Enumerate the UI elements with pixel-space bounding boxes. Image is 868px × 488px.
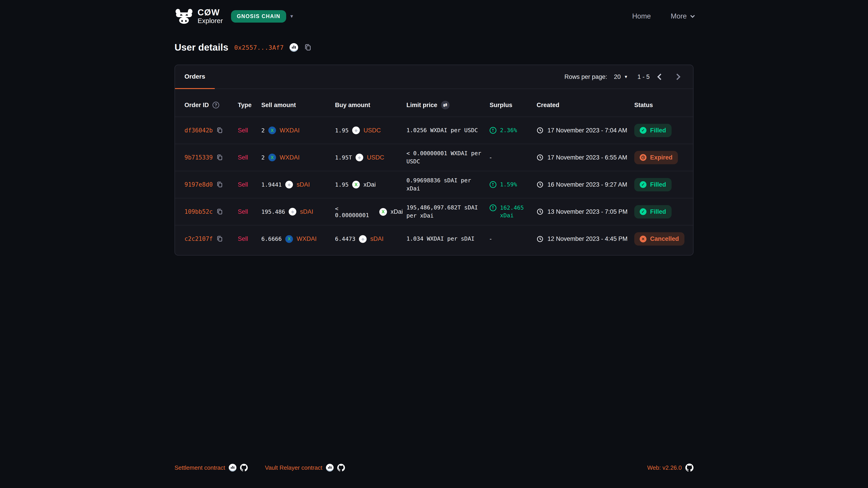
arrow-up-circle-icon: ↑ (490, 181, 496, 188)
copy-icon[interactable] (216, 127, 223, 134)
network-caret-icon[interactable]: ▼ (289, 14, 294, 19)
clock-icon (537, 208, 544, 215)
copy-icon[interactable] (216, 208, 223, 215)
order-id-link[interactable]: 9b715339 (184, 154, 213, 161)
clock-icon (537, 236, 544, 242)
copy-icon[interactable] (216, 235, 223, 242)
status-icon: × (640, 236, 647, 242)
tab-orders[interactable]: Orders (175, 65, 215, 89)
block-explorer-icon[interactable] (326, 464, 334, 471)
status-label: Cancelled (650, 235, 679, 242)
col-surplus: Surplus (490, 89, 537, 117)
buy-token-link[interactable]: USDC (364, 127, 381, 134)
created-date: 17 November 2023 - 6:55 AM (548, 154, 627, 161)
limit-price: < 0.00000001 WXDAI per USDC (406, 149, 486, 166)
buy-token-link[interactable]: USDC (367, 154, 384, 161)
buy-amount: 6.4473 (335, 236, 355, 242)
buy-amount: 1.95T (335, 154, 352, 161)
vault-relayer-contract-link[interactable]: Vault Relayer contract (265, 464, 322, 471)
sell-token-link[interactable]: sDAI (300, 208, 313, 215)
limit-price: 1.0256 WXDAI per USDC (406, 126, 478, 134)
created-cell: 12 November 2023 - 4:45 PM (537, 235, 631, 242)
buy-amount: < 0.00000001 (335, 205, 376, 219)
order-type: Sell (238, 208, 248, 215)
arrow-up-circle-icon: ↑ (490, 204, 496, 211)
sell-token-link[interactable]: WXDAI (280, 127, 300, 134)
sell-amount: 6.6666 (261, 236, 282, 242)
page-range: 1 - 5 (638, 73, 650, 80)
orders-table-body: df36042b Sell 2 WXDAI 1.95 USDC (175, 117, 693, 252)
status-icon: ✓ (640, 127, 647, 134)
copy-icon[interactable] (216, 154, 223, 161)
prev-page-button[interactable] (655, 71, 666, 83)
clock-icon (537, 181, 544, 188)
col-order-id: Order ID (184, 102, 209, 109)
created-date: 12 November 2023 - 4:45 PM (548, 235, 627, 242)
next-page-button[interactable] (671, 71, 683, 83)
col-sell-amount: Sell amount (261, 89, 335, 117)
buy-token-link[interactable]: sDAI (370, 235, 383, 242)
page-title: User details (175, 42, 228, 53)
status-badge: ✓ Filled (634, 205, 672, 219)
web-version-label: Web: v2.26.0 (647, 464, 682, 471)
order-type: Sell (238, 181, 248, 188)
order-id-link[interactable]: df36042b (184, 127, 213, 134)
buy-token-icon (359, 235, 367, 243)
surplus-value: 162.465 xDai (500, 204, 533, 219)
rows-per-page-select[interactable]: 20 ▼ (614, 73, 628, 80)
nav-home[interactable]: Home (632, 12, 651, 20)
col-created: Created (537, 89, 634, 117)
buy-token-link: xDai (364, 181, 376, 188)
buy-token-icon (355, 154, 363, 161)
surplus-value: 1.59% (500, 181, 517, 188)
sell-token-icon (268, 154, 276, 161)
block-explorer-icon[interactable] (229, 464, 237, 471)
status-icon (640, 154, 647, 161)
main-content: User details 0x2557...3Af7 (175, 42, 693, 256)
chevron-left-icon (657, 74, 664, 80)
sell-token-link[interactable]: WXDAI (280, 154, 300, 161)
help-icon[interactable]: ? (213, 102, 219, 108)
nav-more[interactable]: More (671, 12, 693, 20)
surplus-dash: - (490, 154, 492, 161)
status-label: Filled (650, 127, 666, 134)
col-limit-price: Limit price (406, 102, 437, 109)
order-id-link[interactable]: 9197e8d0 (184, 181, 213, 188)
table-row: 9b715339 Sell 2 WXDAI 1.95T USDC (175, 144, 693, 171)
status-badge: Expired (634, 151, 678, 164)
status-label: Filled (650, 208, 666, 215)
created-cell: 16 November 2023 - 9:27 AM (537, 181, 631, 188)
order-id-link[interactable]: c2c2107f (184, 235, 213, 242)
surplus-value: 2.36% (500, 127, 517, 134)
order-type: Sell (238, 235, 248, 242)
buy-token-icon (352, 181, 360, 188)
page-root: CØW Explorer GNOSIS CHAIN ▼ Home More Us… (0, 0, 868, 488)
swap-arrows-icon[interactable]: ⇄ (441, 101, 450, 109)
table-row: 9197e8d0 Sell 1.9441 sDAI 1.95 xDai (175, 171, 693, 198)
github-icon[interactable] (240, 464, 248, 471)
logo-subtitle: Explorer (197, 17, 223, 24)
sell-amount: 195.486 (261, 208, 285, 215)
order-id-link[interactable]: 109bb52c (184, 208, 213, 215)
status-badge: ✓ Filled (634, 178, 672, 191)
table-row: c2c2107f Sell 6.6666 WXDAI 6.4473 sDAI (175, 225, 693, 252)
copy-address-icon[interactable] (304, 43, 312, 51)
created-cell: 17 November 2023 - 7:04 AM (537, 127, 631, 134)
sell-token-link[interactable]: WXDAI (297, 235, 317, 242)
block-explorer-icon[interactable] (289, 43, 298, 52)
github-icon[interactable] (337, 464, 345, 471)
limit-price: 0.99698836 sDAI per xDai (406, 176, 486, 193)
pagination: Rows per page: 20 ▼ 1 - 5 (564, 71, 693, 83)
buy-token-icon (379, 208, 387, 216)
logo[interactable]: CØW Explorer (175, 8, 223, 24)
network-selector[interactable]: GNOSIS CHAIN (231, 10, 286, 23)
buy-token-link: xDai (391, 208, 403, 215)
buy-token-icon (352, 127, 360, 134)
sell-token-link[interactable]: sDAI (297, 181, 310, 188)
arrow-up-circle-icon: ↑ (490, 127, 496, 134)
col-buy-amount: Buy amount (335, 89, 406, 117)
github-icon[interactable] (685, 464, 693, 472)
surplus-cell: ↑ 162.465 xDai (490, 204, 533, 219)
settlement-contract-link[interactable]: Settlement contract (175, 464, 225, 471)
copy-icon[interactable] (216, 181, 223, 188)
